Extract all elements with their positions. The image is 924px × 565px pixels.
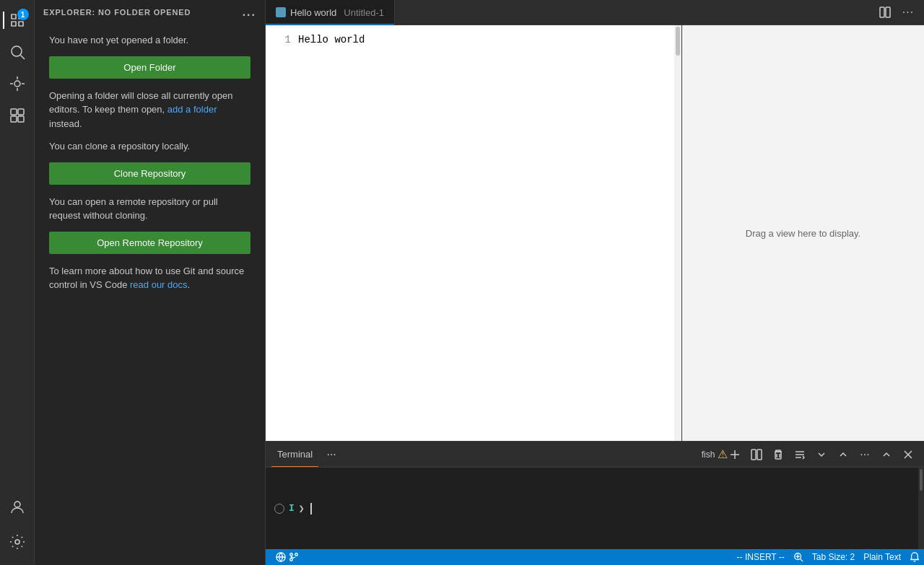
activity-search[interactable]	[3, 38, 32, 66]
terminal-tab-overflow-btn[interactable]: ···	[321, 444, 341, 465]
status-bar-left	[266, 549, 309, 565]
status-remote-btn[interactable]	[271, 549, 303, 565]
status-language[interactable]: Plain Text	[859, 549, 905, 565]
activity-account[interactable]	[3, 493, 32, 522]
remote-icon	[276, 552, 286, 562]
more-dots-icon: ···	[902, 6, 914, 19]
split-icon	[751, 449, 762, 460]
svg-rect-4	[18, 109, 24, 115]
trash-icon	[772, 449, 784, 460]
svg-point-26	[295, 553, 298, 556]
new-terminal-btn[interactable]	[725, 444, 745, 465]
svg-point-7	[14, 502, 20, 507]
sidebar-title: Explorer: No Folder Opened	[43, 8, 191, 17]
tab-untitled1[interactable]: Hello world Untitled-1	[266, 0, 395, 25]
terminal-prompt-circle	[274, 504, 284, 514]
editor-area: Hello world Untitled-1 ···	[266, 0, 924, 565]
line-number-1: 1	[266, 32, 291, 48]
more-actions-btn[interactable]: ···	[898, 2, 918, 22]
sidebar: Explorer: No Folder Opened ... You have …	[35, 0, 266, 565]
add-icon	[729, 449, 741, 460]
terminal-content[interactable]: I ❯	[266, 468, 924, 549]
tab-size-text: Tab Size: 2	[812, 552, 855, 562]
terminal-more-dots: ···	[860, 448, 869, 461]
sidebar-para2: Opening a folder will close all currentl…	[49, 89, 250, 131]
add-folder-link[interactable]: add a folder	[167, 104, 217, 115]
terminal-shell-name: fish	[702, 450, 715, 460]
activity-extensions[interactable]	[3, 101, 32, 130]
scroll-down-btn[interactable]	[811, 444, 832, 465]
activity-debug[interactable]	[3, 69, 32, 98]
sidebar-header: Explorer: No Folder Opened ...	[35, 0, 265, 25]
status-bar: -- INSERT -- Tab Size: 2 Plain Text	[266, 549, 924, 565]
status-tab-size[interactable]: Tab Size: 2	[808, 549, 859, 565]
wrap-icon	[794, 449, 806, 460]
tab-bar: Hello world Untitled-1 ···	[266, 0, 924, 25]
split-editor-btn[interactable]	[875, 2, 895, 22]
terminal-scrollbar[interactable]	[918, 468, 924, 549]
sidebar-overflow-btn[interactable]: ...	[243, 6, 256, 19]
terminal-more-btn[interactable]: ···	[855, 444, 875, 465]
svg-rect-5	[11, 116, 17, 122]
svg-point-24	[290, 553, 293, 556]
editor-scrollbar[interactable]	[674, 25, 681, 441]
sidebar-para1: You have not yet opened a folder.	[49, 33, 250, 48]
svg-point-8	[15, 540, 19, 544]
tab-actions: ···	[875, 2, 924, 22]
editor-content-area: 1 Hello world Drag a view here to displa…	[266, 25, 924, 441]
drag-hint-text: Drag a view here to display.	[746, 228, 860, 239]
svg-rect-14	[751, 450, 756, 460]
open-folder-button[interactable]: Open Folder	[49, 56, 250, 79]
svg-point-25	[290, 559, 293, 561]
terminal-tab[interactable]: Terminal	[271, 442, 318, 467]
editor-body[interactable]: 1 Hello world	[266, 25, 681, 441]
terminal-cursor	[310, 503, 312, 514]
terminal-shell-indicator: fish ⚠	[703, 444, 723, 465]
branch-icon	[289, 552, 299, 562]
editor-pane: 1 Hello world	[266, 25, 682, 441]
activity-explorer[interactable]: 1	[3, 6, 32, 35]
activity-settings[interactable]	[3, 527, 32, 556]
editor-text[interactable]: Hello world	[298, 25, 674, 441]
clone-repository-button[interactable]: Clone Repository	[49, 162, 250, 185]
chevron-up-icon	[837, 449, 849, 460]
split-terminal-btn[interactable]	[746, 444, 767, 465]
status-zoom-btn[interactable]	[789, 549, 808, 565]
terminal-tab-bar: Terminal ··· fish ⚠	[266, 442, 924, 468]
sidebar-content: You have not yet opened a folder. Open F…	[35, 25, 265, 310]
bell-icon	[910, 552, 920, 562]
read-docs-link[interactable]: read our docs	[130, 279, 188, 290]
svg-line-28	[800, 559, 803, 562]
chevron-down-icon	[816, 449, 827, 460]
svg-point-0	[12, 46, 22, 56]
open-remote-repository-button[interactable]: Open Remote Repository	[49, 232, 250, 254]
svg-rect-9	[880, 7, 884, 17]
terminal-collapse-btn[interactable]	[876, 444, 897, 465]
terminal-scrollbar-thumb	[920, 469, 923, 491]
terminal-close-btn[interactable]	[898, 444, 918, 465]
svg-rect-15	[757, 450, 762, 460]
svg-rect-10	[886, 7, 890, 17]
status-insert-mode: -- INSERT --	[733, 549, 789, 565]
zoom-icon	[793, 552, 803, 562]
activity-bar: 1	[0, 0, 35, 565]
tab-label-hello: Hello world	[290, 7, 336, 18]
delete-terminal-btn[interactable]	[768, 444, 788, 465]
terminal-tab-actions: fish ⚠	[703, 444, 918, 465]
scrollbar-thumb	[676, 27, 680, 56]
collapse-icon	[881, 449, 892, 460]
wrap-toggle-btn[interactable]	[790, 444, 810, 465]
svg-line-1	[20, 56, 25, 60]
status-bell-btn[interactable]	[905, 549, 924, 565]
insert-mode-text: -- INSERT --	[737, 552, 785, 562]
terminal-area: Terminal ··· fish ⚠	[266, 441, 924, 549]
terminal-username: I	[289, 503, 295, 514]
svg-rect-3	[11, 109, 17, 115]
terminal-dots-icon: ···	[326, 448, 336, 461]
close-icon	[902, 449, 914, 460]
right-panel: Drag a view here to display.	[682, 25, 924, 441]
sidebar-para3: You can clone a repository locally.	[49, 139, 250, 154]
terminal-arrow: ❯	[299, 503, 305, 514]
scroll-up-btn[interactable]	[833, 444, 853, 465]
line-numbers: 1	[266, 25, 298, 441]
